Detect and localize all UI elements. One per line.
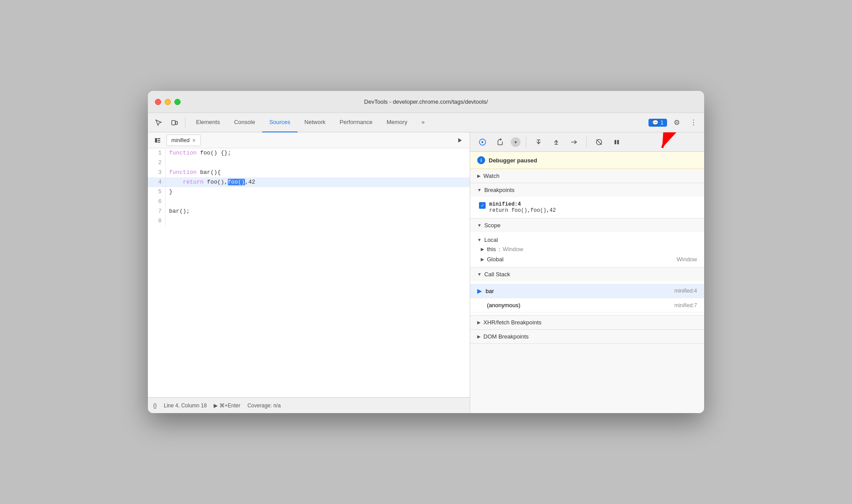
section-dom-breakpoints: ▶ DOM Breakpoints	[470, 330, 704, 344]
svg-rect-5	[158, 142, 160, 143]
more-options-btn[interactable]: ⋮	[686, 116, 701, 130]
breakpoint-code: return foo(),foo(),42	[489, 207, 556, 214]
step-over-btn[interactable]	[493, 135, 507, 149]
line-content-5: }	[166, 187, 176, 197]
scope-this-item: ▶ this : Window	[470, 244, 704, 254]
tab-sources[interactable]: Sources	[262, 113, 298, 132]
step-into-btn[interactable]	[532, 135, 546, 149]
file-tab-close[interactable]: ×	[192, 137, 196, 144]
section-xhr-breakpoints: ▶ XHR/fetch Breakpoints	[470, 316, 704, 330]
deactivate-breakpoints-btn[interactable]	[592, 135, 606, 149]
line-content-4: return foo(),foo(),42	[166, 177, 259, 187]
active-frame-arrow: ▶	[477, 287, 482, 294]
line-num-6: 6	[148, 197, 166, 207]
line-num-7: 7	[148, 207, 166, 216]
frame-bar-location: minified:4	[675, 288, 697, 294]
maximize-button[interactable]	[174, 99, 181, 105]
main-toolbar: Elements Console Sources Network Perform…	[148, 113, 704, 132]
section-scope: ▼ Scope ▼ Local ▶ this : Windo	[470, 218, 704, 267]
pretty-print-btn[interactable]: {}	[153, 402, 157, 409]
pause-exceptions-btn[interactable]: ●	[511, 137, 520, 147]
resume-btn[interactable]	[475, 135, 490, 149]
call-stack-frame-anonymous[interactable]: (anonymous) minified:7	[470, 298, 704, 312]
global-triangle: ▶	[481, 257, 484, 262]
status-bar: {} Line 4, Column 18 ▶ ⌘+Enter Coverage:…	[148, 397, 470, 413]
tab-memory[interactable]: Memory	[380, 113, 415, 132]
call-stack-frame-bar[interactable]: ▶ bar minified:4	[470, 284, 704, 298]
line-content-3: function bar(){	[166, 168, 224, 177]
section-dom-header[interactable]: ▶ DOM Breakpoints	[470, 330, 704, 343]
svg-rect-1	[176, 121, 177, 124]
global-value: Window	[677, 256, 697, 263]
section-scope-header[interactable]: ▼ Scope	[470, 218, 704, 232]
inspect-element-btn[interactable]	[151, 116, 166, 130]
code-editor[interactable]: 1 function foo() {}; 2 3 function bar(){	[148, 148, 470, 397]
debug-toolbar-wrapper: ●	[470, 132, 704, 152]
minimize-button[interactable]	[165, 99, 171, 105]
svg-rect-9	[614, 140, 616, 144]
panel-exec-btn[interactable]	[454, 134, 466, 147]
run-btn[interactable]: ▶ ⌘+Enter	[214, 402, 240, 409]
watch-triangle: ▶	[477, 173, 481, 178]
breakpoint-checkbox-1[interactable]: ✓	[479, 202, 486, 209]
tab-performance[interactable]: Performance	[332, 113, 379, 132]
code-line-3: 3 function bar(){	[148, 168, 470, 177]
frame-bar-name: bar	[486, 288, 494, 294]
line-content-2	[166, 158, 173, 168]
tab-bar: Elements Console Sources Network Perform…	[189, 113, 647, 132]
notification-badge[interactable]: 💬 1	[648, 119, 667, 127]
tab-more[interactable]: »	[415, 113, 432, 132]
frame-anonymous-name: (anonymous)	[487, 302, 520, 308]
titlebar: DevTools - developer.chrome.com/tags/dev…	[148, 91, 704, 113]
close-button[interactable]	[155, 99, 161, 105]
line-num-3: 3	[148, 168, 166, 177]
svg-rect-0	[172, 120, 175, 125]
code-line-2: 2	[148, 158, 470, 168]
debug-toolbar: ●	[470, 132, 704, 152]
local-section-header[interactable]: ▼ Local	[470, 235, 704, 244]
line-num-2: 2	[148, 158, 166, 168]
scope-label: Scope	[484, 222, 501, 229]
global-label: Global	[487, 256, 504, 263]
section-watch-header[interactable]: ▶ Watch	[470, 169, 704, 183]
right-panel: ●	[470, 132, 704, 413]
device-toolbar-btn[interactable]	[167, 116, 181, 130]
debugger-paused-text: Debugger paused	[489, 157, 537, 164]
local-triangle: ▼	[477, 237, 482, 242]
global-section[interactable]: ▶ Global Window	[470, 254, 704, 264]
this-value: Window	[503, 246, 523, 252]
breakpoint-item-1: ✓ minified:4 return foo(),foo(),42	[470, 199, 704, 215]
chat-icon: 💬	[652, 120, 659, 126]
line-num-5: 5	[148, 187, 166, 197]
file-tab-minified[interactable]: minified ×	[166, 135, 201, 146]
toolbar-separator-1	[185, 117, 185, 128]
coverage-status: Coverage: n/a	[247, 402, 280, 409]
xhr-label: XHR/fetch Breakpoints	[483, 319, 542, 326]
tab-network[interactable]: Network	[298, 113, 333, 132]
line-content-7: bar();	[166, 207, 193, 216]
breakpoints-content: ✓ minified:4 return foo(),foo(),42	[470, 197, 704, 218]
this-colon: :	[498, 246, 500, 252]
show-navigator-btn[interactable]	[151, 134, 164, 147]
step-btn[interactable]	[567, 135, 581, 149]
tab-elements[interactable]: Elements	[189, 113, 227, 132]
section-breakpoints-header[interactable]: ▼ Breakpoints	[470, 183, 704, 197]
dom-triangle: ▶	[477, 334, 481, 339]
left-panel: minified × 1 function foo() {};	[148, 132, 470, 413]
step-out-btn[interactable]	[549, 135, 563, 149]
pause-caught-btn[interactable]	[610, 135, 624, 149]
section-xhr-header[interactable]: ▶ XHR/fetch Breakpoints	[470, 316, 704, 329]
breakpoints-label: Breakpoints	[484, 187, 515, 193]
section-breakpoints: ▼ Breakpoints ✓ minified:4 return foo(),…	[470, 183, 704, 218]
section-call-stack-header[interactable]: ▼ Call Stack	[470, 267, 704, 281]
line-content-6	[166, 197, 173, 207]
settings-btn[interactable]: ⚙	[670, 116, 684, 130]
call-stack-triangle: ▼	[477, 272, 482, 277]
this-triangle: ▶	[481, 247, 484, 252]
toolbar-right: 💬 1 ⚙ ⋮	[648, 116, 701, 130]
tab-console[interactable]: Console	[227, 113, 262, 132]
local-label: Local	[484, 237, 498, 243]
code-line-8: 8	[148, 216, 470, 226]
breakpoints-triangle: ▼	[477, 188, 482, 192]
devtools-window: DevTools - developer.chrome.com/tags/dev…	[148, 91, 704, 413]
